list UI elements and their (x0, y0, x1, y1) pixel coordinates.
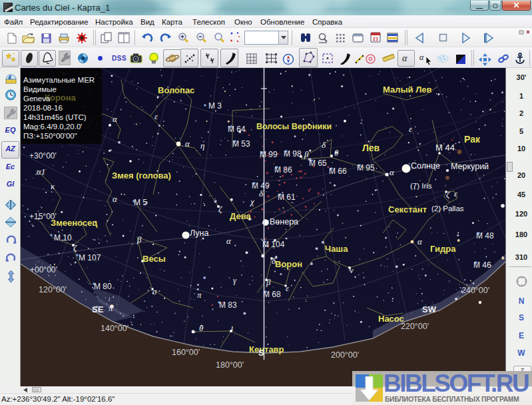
svg-text:δ: δ (272, 256, 276, 266)
svg-text:М 53: М 53 (232, 139, 250, 149)
svg-text:М 95: М 95 (357, 163, 375, 173)
svg-text:М 46: М 46 (473, 260, 491, 270)
svg-text:Видимые: Видимые (23, 85, 57, 93)
svg-text:М 83: М 83 (219, 300, 237, 310)
svg-text:Гидра: Гидра (430, 244, 456, 254)
svg-text:М 48: М 48 (476, 231, 494, 240)
svg-text:S: S (258, 348, 264, 358)
svg-text:М 66: М 66 (329, 167, 347, 176)
svg-text:М 61: М 61 (278, 193, 296, 202)
svg-text:Mag:6.4/9.0,20.0': Mag:6.4/9.0,20.0' (23, 123, 83, 131)
svg-text:ε: ε (454, 189, 458, 199)
svg-text:140°00': 140°00' (101, 324, 129, 333)
svg-text:160°00': 160°00' (172, 348, 200, 357)
svg-text:ПЗ:+150°00'00": ПЗ:+150°00'00" (23, 132, 77, 140)
svg-text:+15°00': +15°00' (29, 212, 57, 221)
svg-text:Меркурий: Меркурий (451, 162, 489, 171)
svg-text:ε: ε (286, 283, 290, 293)
svg-text:γ: γ (233, 275, 237, 285)
svg-text:Змея (голова): Змея (голова) (112, 171, 171, 181)
svg-text:120°00': 120°00' (39, 285, 67, 294)
svg-text:Волосы Вероники: Волосы Вероники (256, 122, 332, 131)
svg-text:Лев: Лев (362, 143, 380, 153)
svg-text:М 80: М 80 (94, 282, 112, 291)
svg-text:α: α (226, 236, 232, 246)
svg-text:SE: SE (92, 304, 104, 314)
svg-text:Ворон: Ворон (275, 259, 302, 269)
svg-text:α1: α1 (37, 167, 45, 177)
svg-text:σ: σ (152, 286, 157, 296)
svg-text:α: α (185, 139, 190, 149)
svg-text:α: α (113, 114, 118, 124)
svg-text:М 107: М 107 (79, 253, 101, 262)
svg-text:21: 21 (373, 36, 379, 42)
svg-text:δ: δ (322, 140, 326, 150)
svg-text:Geneva: Geneva (23, 95, 51, 103)
svg-text:М 64: М 64 (228, 125, 246, 134)
svg-text:ζ: ζ (73, 242, 77, 252)
svg-text:М 86: М 86 (274, 165, 292, 175)
svg-text:180°00': 180°00' (216, 360, 244, 370)
svg-text:Кентавр: Кентавр (249, 344, 284, 354)
svg-text:Секстант: Секстант (388, 204, 427, 214)
svg-text:+00°00': +00°00' (30, 265, 57, 274)
svg-text:α: α (417, 236, 423, 246)
svg-text:α: α (390, 167, 395, 177)
svg-text:М 44: М 44 (435, 143, 455, 153)
svg-text:β: β (136, 234, 142, 244)
svg-text:М 5: М 5 (134, 198, 147, 207)
svg-text:ζ: ζ (446, 189, 450, 199)
svg-text:М 10: М 10 (54, 233, 72, 242)
svg-text:κ: κ (51, 181, 55, 191)
svg-text:δ: δ (259, 189, 264, 199)
svg-text:+30°00': +30°00' (29, 151, 57, 161)
svg-text:ι: ι (231, 322, 234, 332)
svg-text:(7) Iris: (7) Iris (410, 182, 432, 190)
svg-text:π: π (197, 290, 202, 300)
svg-text:Дева: Дева (230, 211, 251, 221)
svg-text:М 99: М 99 (260, 150, 278, 159)
svg-text:θ: θ (199, 323, 204, 333)
svg-text:θ: θ (334, 148, 339, 158)
svg-text:2018-08-16: 2018-08-16 (23, 104, 63, 112)
svg-text:Малый Лев: Малый Лев (383, 85, 432, 95)
svg-text:ε: ε (409, 124, 413, 134)
svg-text:Солнце: Солнце (411, 161, 440, 171)
svg-text:М 65: М 65 (309, 159, 327, 168)
svg-text:Волопас: Волопас (158, 85, 194, 95)
svg-text:Луна: Луна (190, 228, 208, 238)
svg-text:М 3: М 3 (208, 101, 222, 111)
svg-text:М 68: М 68 (263, 290, 281, 299)
svg-text:η: η (200, 141, 204, 151)
svg-text:ε: ε (154, 111, 158, 121)
svg-text:Змееносец: Змееносец (51, 218, 97, 228)
svg-text:Венера: Венера (270, 217, 298, 226)
svg-text:14h31m45s (UTC): 14h31m45s (UTC) (23, 113, 87, 121)
svg-text:Рак: Рак (464, 134, 481, 145)
svg-text:М 98: М 98 (284, 149, 302, 159)
svg-text:Азимутальные MER: Азимутальные MER (23, 76, 95, 84)
svg-text:ν: ν (350, 265, 354, 275)
svg-text:Чаша: Чаша (325, 244, 348, 254)
svg-text:α: α (113, 194, 118, 204)
svg-text:200°00': 200°00' (331, 350, 359, 360)
svg-text:Весы: Весы (142, 254, 166, 264)
svg-text:(2) Pallas: (2) Pallas (431, 204, 464, 212)
svg-text:SW: SW (422, 304, 437, 314)
svg-text:ζ: ζ (218, 204, 222, 214)
svg-text:β: β (304, 149, 309, 159)
svg-text:β: β (266, 277, 271, 287)
svg-text:220°00': 220°00' (401, 322, 429, 331)
svg-text:240°00': 240°00' (461, 286, 489, 295)
svg-text:М 104: М 104 (262, 240, 285, 249)
svg-text:χ: χ (249, 197, 254, 206)
svg-text:π: π (109, 303, 113, 313)
